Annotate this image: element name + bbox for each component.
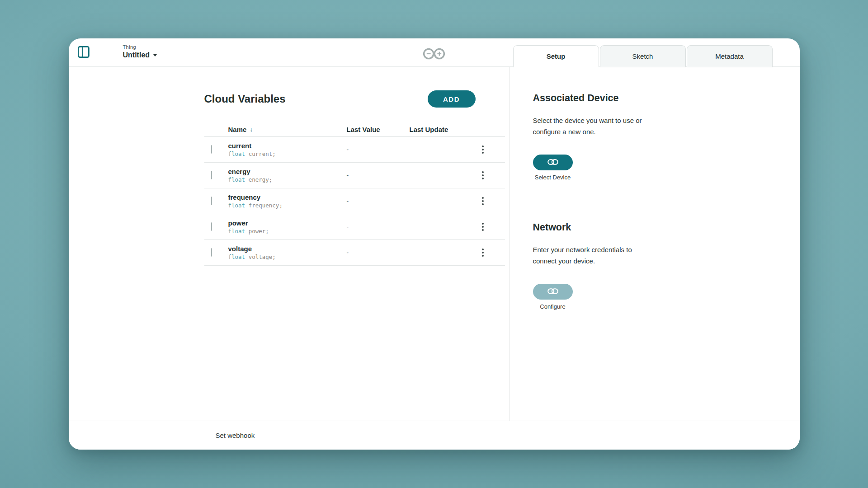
variables-table: Name ↓ Last Value Last Update current fl… bbox=[204, 122, 505, 266]
thing-name-dropdown[interactable]: Untitled bbox=[123, 51, 157, 59]
kebab-icon bbox=[482, 145, 484, 147]
arduino-logo-icon bbox=[422, 47, 446, 62]
column-header-last-update: Last Update bbox=[410, 126, 477, 133]
thing-name: Untitled bbox=[123, 51, 150, 59]
kebab-icon bbox=[482, 197, 484, 199]
column-header-name[interactable]: Name ↓ bbox=[228, 126, 347, 133]
tab-label: Metadata bbox=[715, 52, 744, 60]
variable-declaration: float voltage; bbox=[228, 254, 347, 260]
link-icon bbox=[547, 159, 558, 166]
row-checkbox[interactable] bbox=[211, 145, 212, 154]
row-menu-button[interactable] bbox=[477, 169, 488, 182]
table-row: current float current; - bbox=[204, 137, 505, 163]
declaration-rest: frequency; bbox=[245, 202, 283, 209]
declaration-keyword: float bbox=[228, 202, 245, 209]
kebab-icon bbox=[482, 249, 484, 250]
tab-sketch[interactable]: Sketch bbox=[600, 45, 686, 67]
app-window: Thing Untitled Setup Sketch Metadata Clo… bbox=[69, 38, 800, 450]
set-webhook-button[interactable]: Set webhook bbox=[216, 432, 255, 439]
variable-declaration: float power; bbox=[228, 228, 347, 234]
select-device-button[interactable] bbox=[533, 155, 573, 170]
declaration-rest: energy; bbox=[245, 176, 272, 183]
table-row: voltage float voltage; - bbox=[204, 240, 505, 266]
top-header: Thing Untitled Setup Sketch Metadata bbox=[69, 38, 800, 67]
cloud-variables-panel: Cloud Variables ADD Name ↓ Last Value La… bbox=[69, 67, 509, 421]
select-device-label: Select Device bbox=[535, 174, 571, 181]
declaration-rest: voltage; bbox=[245, 253, 276, 260]
variable-name: power bbox=[228, 220, 347, 226]
sidebar-toggle-button[interactable] bbox=[76, 45, 91, 60]
sort-descending-icon: ↓ bbox=[250, 126, 253, 133]
variable-name: voltage bbox=[228, 245, 347, 252]
kebab-icon bbox=[482, 171, 484, 173]
configure-network-button[interactable] bbox=[533, 284, 573, 300]
variable-name: current bbox=[228, 142, 347, 149]
chevron-down-icon bbox=[153, 54, 157, 56]
last-value: - bbox=[347, 172, 410, 179]
variable-name: frequency bbox=[228, 194, 347, 201]
declaration-keyword: float bbox=[228, 176, 245, 183]
variable-declaration: float energy; bbox=[228, 177, 347, 183]
variables-table-header: Name ↓ Last Value Last Update bbox=[204, 122, 505, 137]
row-checkbox[interactable] bbox=[211, 248, 212, 257]
link-icon bbox=[547, 288, 558, 296]
variable-name: energy bbox=[228, 168, 347, 175]
associated-device-description: Select the device you want to use or con… bbox=[533, 115, 655, 137]
tab-setup[interactable]: Setup bbox=[513, 45, 599, 67]
column-header-last-value: Last Value bbox=[347, 126, 410, 133]
declaration-keyword: float bbox=[228, 150, 245, 157]
tab-label: Sketch bbox=[632, 52, 653, 60]
tab-label: Setup bbox=[547, 52, 566, 60]
row-menu-button[interactable] bbox=[477, 220, 488, 234]
last-value: - bbox=[347, 223, 410, 230]
associated-device-title: Associated Device bbox=[533, 93, 800, 103]
row-checkbox[interactable] bbox=[211, 222, 212, 231]
variables-table-body: current float current; - energy float en… bbox=[204, 137, 505, 266]
last-value: - bbox=[347, 197, 410, 205]
content-area: Cloud Variables ADD Name ↓ Last Value La… bbox=[69, 67, 800, 421]
row-menu-button[interactable] bbox=[477, 143, 488, 156]
footer-bar: Set webhook bbox=[69, 421, 800, 450]
table-row: energy float energy; - bbox=[204, 163, 505, 188]
last-value: - bbox=[347, 249, 410, 256]
network-title: Network bbox=[533, 222, 800, 232]
declaration-keyword: float bbox=[228, 253, 245, 260]
table-row: power float power; - bbox=[204, 214, 505, 240]
variable-declaration: float frequency; bbox=[228, 202, 347, 208]
declaration-rest: power; bbox=[245, 228, 269, 235]
thing-title-block: Thing Untitled bbox=[123, 44, 157, 59]
row-menu-button[interactable] bbox=[477, 246, 488, 259]
thing-label: Thing bbox=[123, 44, 157, 50]
row-checkbox[interactable] bbox=[211, 171, 212, 179]
network-description: Enter your network credentials to connec… bbox=[533, 244, 655, 267]
kebab-icon bbox=[482, 223, 484, 225]
add-variable-button[interactable]: ADD bbox=[428, 90, 476, 108]
sidebar-layout-icon bbox=[78, 46, 90, 60]
tab-bar: Setup Sketch Metadata bbox=[513, 45, 773, 67]
setup-side-panel: Associated Device Select the device you … bbox=[509, 67, 800, 421]
tab-metadata[interactable]: Metadata bbox=[687, 45, 773, 67]
configure-network-label: Configure bbox=[540, 303, 565, 310]
declaration-rest: current; bbox=[245, 150, 276, 157]
row-menu-button[interactable] bbox=[477, 194, 488, 208]
row-checkbox[interactable] bbox=[211, 197, 212, 205]
last-value: - bbox=[347, 146, 410, 153]
declaration-keyword: float bbox=[228, 228, 245, 235]
variable-declaration: float current; bbox=[228, 151, 347, 157]
page-title: Cloud Variables bbox=[204, 93, 286, 105]
panel-divider bbox=[510, 200, 669, 200]
table-row: frequency float frequency; - bbox=[204, 188, 505, 214]
